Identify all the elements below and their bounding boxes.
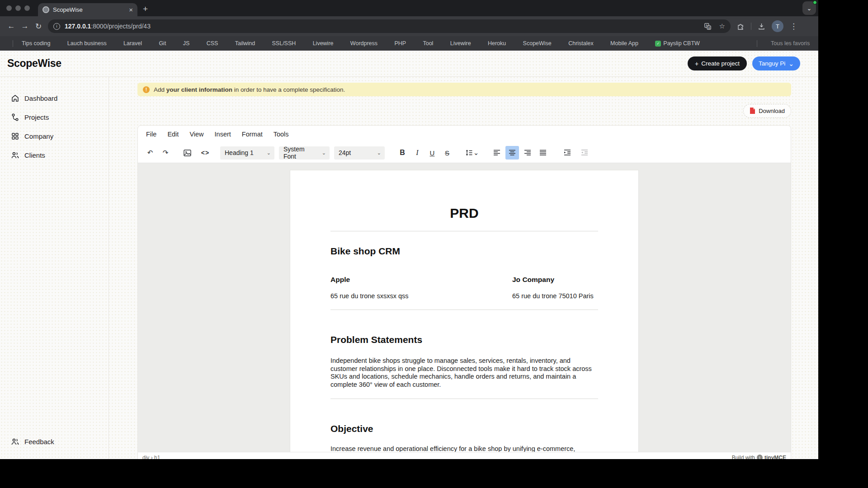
document-title[interactable]: PRD xyxy=(330,206,598,221)
browser-tab[interactable]: ScopeWise × xyxy=(38,3,137,16)
section-heading[interactable]: Problem Statements xyxy=(330,334,598,345)
align-center-button[interactable] xyxy=(505,146,519,160)
tinymce-brand[interactable]: Build with t tinyMCE xyxy=(732,455,786,460)
bookmark-item[interactable]: Heroku xyxy=(488,40,506,47)
align-justify-button[interactable] xyxy=(536,146,550,160)
bookmark-item[interactable]: Livewire xyxy=(450,40,471,47)
bookmark-item-payslip[interactable]: ✓Payslip CBTW xyxy=(655,40,700,47)
bookmark-item[interactable]: Laravel xyxy=(123,40,142,47)
all-favorites-link[interactable]: Tous les favoris xyxy=(771,40,810,47)
users-icon xyxy=(11,151,19,160)
bookmark-item[interactable]: Wordpress xyxy=(350,40,377,47)
font-family-select[interactable]: System Font⌄ xyxy=(279,146,330,160)
zoom-window-button[interactable] xyxy=(24,5,30,11)
outdent-button[interactable] xyxy=(578,146,591,160)
bookmark-item[interactable]: ScopeWise xyxy=(523,40,552,47)
sidebar-item-dashboard[interactable]: Dashboard xyxy=(0,89,108,108)
chevron-down-icon: ⌄ xyxy=(377,150,381,156)
bookmark-item[interactable]: Christalex xyxy=(568,40,594,47)
menu-tools[interactable]: Tools xyxy=(273,129,290,139)
menu-format[interactable]: Format xyxy=(241,129,264,139)
bookmark-item[interactable]: Mobile App xyxy=(610,40,638,47)
bookmark-item[interactable]: Livewire xyxy=(313,40,334,47)
underline-button[interactable]: U xyxy=(425,146,439,160)
align-left-button[interactable] xyxy=(490,146,504,160)
bookmark-item[interactable]: Tips coding xyxy=(22,40,50,47)
project-name-heading[interactable]: Bike shop CRM xyxy=(330,246,598,257)
block-format-select[interactable]: Heading 1⌄ xyxy=(220,146,274,160)
sidebar-item-projects[interactable]: Projects xyxy=(0,108,108,127)
user-menu-button[interactable]: Tanguy Pi ⌄ xyxy=(752,56,800,70)
company-address[interactable]: 65 rue du trone 75010 Paris xyxy=(512,292,598,300)
client-address[interactable]: 65 rue du trone sxsxsx qss xyxy=(330,292,512,300)
payslip-favicon-icon: ✓ xyxy=(655,41,661,47)
line-height-button[interactable]: ⌄ xyxy=(462,146,482,160)
bookmark-item[interactable]: SSL/SSH xyxy=(272,40,296,47)
company-name[interactable]: Jo Company xyxy=(512,276,598,284)
recording-indicator-dot xyxy=(813,0,817,5)
sidebar-item-company[interactable]: Company xyxy=(0,127,108,145)
menu-view[interactable]: View xyxy=(189,129,204,139)
source-code-icon[interactable]: <> xyxy=(198,146,212,160)
indent-button[interactable] xyxy=(561,146,574,160)
menu-insert[interactable]: Insert xyxy=(214,129,232,139)
site-info-icon[interactable]: i xyxy=(53,23,60,30)
bookmark-item[interactable]: Git xyxy=(159,40,166,47)
reload-icon[interactable]: ↻ xyxy=(32,22,45,31)
macos-traffic-lights[interactable] xyxy=(0,0,38,16)
section-body[interactable]: Increase revenue and operational efficie… xyxy=(330,445,598,452)
document-divider xyxy=(330,231,598,231)
menu-file[interactable]: File xyxy=(145,129,157,139)
back-icon[interactable]: ← xyxy=(5,22,18,31)
redo-icon[interactable]: ↷ xyxy=(159,146,172,160)
italic-button[interactable]: I xyxy=(410,146,424,160)
tinymce-editor: File Edit View Insert Format Tools ↶ ↷ xyxy=(137,125,791,459)
forward-icon[interactable]: → xyxy=(18,22,32,31)
sidebar-item-clients[interactable]: Clients xyxy=(0,145,108,164)
section-body[interactable]: Independent bike shops struggle to manag… xyxy=(330,357,598,389)
extensions-icon[interactable] xyxy=(737,23,745,30)
document-page[interactable]: PRD Bike shop CRM Apple 65 rue du trone … xyxy=(290,170,639,452)
menu-edit[interactable]: Edit xyxy=(166,129,179,139)
element-path[interactable]: div › h1 xyxy=(142,455,160,460)
editor-statusbar: div › h1 Build with t tinyMCE xyxy=(138,452,791,459)
minimize-window-button[interactable] xyxy=(15,5,21,11)
client-name[interactable]: Apple xyxy=(330,276,512,284)
create-project-button[interactable]: + Create project xyxy=(688,56,747,70)
address-bar[interactable]: i 127.0.0.1:8000/projects/prd/43 Aa ☆ xyxy=(48,19,731,33)
bookmark-star-icon[interactable]: ☆ xyxy=(719,22,725,30)
url-text[interactable]: 127.0.0.1:8000/projects/prd/43 xyxy=(65,23,696,30)
chevron-down-icon: ⌄ xyxy=(807,5,812,12)
close-window-button[interactable] xyxy=(6,5,12,11)
app-logo[interactable]: ScopeWise xyxy=(7,57,61,70)
bookmark-item[interactable]: PHP xyxy=(394,40,406,47)
macos-control-widget[interactable]: ⌄ xyxy=(802,1,816,15)
app-header: ScopeWise + Create project Tanguy Pi ⌄ xyxy=(0,51,818,77)
main-content: ! Add your client information in order t… xyxy=(109,77,818,459)
strikethrough-button[interactable]: S xyxy=(440,146,454,160)
font-size-select[interactable]: 24pt⌄ xyxy=(334,146,385,160)
undo-icon[interactable]: ↶ xyxy=(143,146,157,160)
align-right-button[interactable] xyxy=(521,146,534,160)
download-button[interactable]: Download xyxy=(743,104,791,118)
bookmark-item[interactable]: CSS xyxy=(207,40,218,47)
translate-icon[interactable]: Aa xyxy=(704,23,711,30)
new-tab-button[interactable]: + xyxy=(143,4,148,14)
sidebar-item-feedback[interactable]: Feedback xyxy=(0,432,108,451)
browser-toolbar: ← → ↻ i 127.0.0.1:8000/projects/prd/43 A… xyxy=(0,16,818,36)
bookmark-item[interactable]: Tool xyxy=(423,40,433,47)
tab-close-icon[interactable]: × xyxy=(129,6,133,13)
downloads-icon[interactable] xyxy=(758,23,765,30)
parties-columns: Apple 65 rue du trone sxsxsx qss Jo Comp… xyxy=(330,276,598,300)
editor-canvas[interactable]: PRD Bike shop CRM Apple 65 rue du trone … xyxy=(138,163,791,452)
bookmark-item[interactable]: Lauch business xyxy=(67,40,107,47)
pdf-file-icon xyxy=(750,107,755,114)
insert-image-icon[interactable] xyxy=(180,146,194,160)
bold-button[interactable]: B xyxy=(396,146,409,160)
bookmark-item[interactable]: Tailwind xyxy=(235,40,255,47)
browser-menu-icon[interactable]: ⋮ xyxy=(790,22,797,31)
profile-avatar[interactable]: T xyxy=(772,20,783,32)
bookmark-item[interactable]: JS xyxy=(183,40,190,47)
section-heading[interactable]: Objective xyxy=(330,423,598,434)
plus-icon: + xyxy=(695,61,698,67)
